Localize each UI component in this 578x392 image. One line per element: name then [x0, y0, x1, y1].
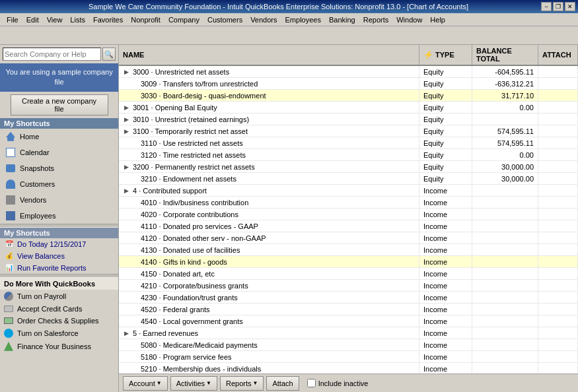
table-row[interactable]: 3210 · Endowment net assetsEquity30,000.… [119, 173, 578, 185]
sidebar-item-vendors[interactable]: Vendors [0, 192, 118, 208]
reports-btn-label: Reports [226, 379, 252, 387]
table-cell-type: Equity [419, 161, 472, 172]
menu-item-nonprofit[interactable]: Nonprofit [127, 15, 164, 25]
expand-icon[interactable]: ▶ [124, 164, 131, 170]
table-cell-balance: -636,312.21 [472, 78, 538, 89]
menu-item-edit[interactable]: Edit [22, 15, 43, 25]
activities-button[interactable]: Activities ▼ [170, 376, 217, 391]
accounts-table[interactable]: NAME ⚡ TYPE BALANCE TOTAL ATTACH ▶3000 ·… [119, 45, 578, 374]
table-row[interactable]: 3120 · Time restricted net assetsEquity0… [119, 149, 578, 161]
menu-item-lists[interactable]: Lists [66, 15, 89, 25]
expand-icon[interactable]: ▶ [124, 128, 131, 135]
table-cell-attach [538, 102, 578, 113]
shortcut-reports-label: Run Favorite Reports [17, 264, 87, 272]
shortcut-reports[interactable]: 📊 Run Favorite Reports [0, 262, 118, 274]
table-row[interactable]: 5080 · Medicare/Medicaid paymentsIncome [119, 339, 578, 351]
table-row[interactable]: 4150 · Donated art, etcIncome [119, 268, 578, 280]
sidebar-item-calendar[interactable]: Calendar [0, 145, 118, 160]
table-row[interactable]: 4140 · Gifts in kind - goodsIncome [119, 256, 578, 268]
table-row[interactable]: 4020 · Corporate contributionsIncome [119, 209, 578, 220]
menu-item-file[interactable]: File [3, 15, 22, 25]
expand-icon[interactable]: ▶ [124, 330, 131, 337]
account-name: 3000 · Unrestricted net assets [133, 68, 229, 76]
expand-icon[interactable]: ▶ [124, 116, 131, 123]
menu-item-company[interactable]: Company [164, 15, 203, 25]
minimize-button[interactable]: − [541, 2, 552, 11]
menu-item-window[interactable]: Window [392, 15, 426, 25]
menu-item-employees[interactable]: Employees [281, 15, 325, 25]
table-row[interactable]: 3009 · Transfers to/from unrestrictedEqu… [119, 78, 578, 90]
shortcut-balances[interactable]: 💰 View Balances [0, 250, 118, 262]
table-cell-type: Equity [419, 125, 472, 137]
menu-item-customers[interactable]: Customers [203, 15, 246, 25]
shortcut-today[interactable]: 📅 Do Today 12/15/2017 [0, 238, 118, 250]
restore-button[interactable]: ❐ [553, 2, 563, 11]
table-row[interactable]: ▶3000 · Unrestricted net assetsEquity-60… [119, 66, 578, 78]
table-cell-attach [538, 78, 578, 89]
menu-item-favorites[interactable]: Favorites [89, 15, 127, 25]
sidebar-item-home[interactable]: Home [0, 129, 118, 145]
table-cell-name: 3030 · Board-desig - quasi-endowment [119, 90, 419, 101]
table-row[interactable]: 4010 · Indiv/business contributionIncome [119, 197, 578, 209]
menu-item-help[interactable]: Help [426, 15, 449, 25]
sidebar-item-employees[interactable]: Employees [0, 208, 118, 224]
account-name: 3210 · Endowment net assets [141, 175, 236, 183]
account-name: 5180 · Program service fees [141, 353, 232, 361]
create-company-button[interactable]: Create a new company file [11, 94, 108, 115]
expand-icon[interactable]: ▶ [124, 104, 131, 111]
do-more-checks[interactable]: Order Checks & Supplies [0, 315, 118, 327]
do-more-credit[interactable]: Accept Credit Cards [0, 303, 118, 315]
menu-item-vendors[interactable]: Vendors [246, 15, 281, 25]
account-name: 3100 · Temporarily restrict net asset [133, 127, 248, 135]
account-button[interactable]: Account ▼ [123, 376, 168, 391]
reports-dropdown-arrow: ▼ [253, 380, 258, 386]
table-row[interactable]: 4130 · Donated use of facilitiesIncome [119, 244, 578, 256]
table-row[interactable]: 5210 · Membership dues - individualsInco… [119, 363, 578, 374]
table-cell-name: 4230 · Foundation/trust grants [119, 292, 419, 303]
close-button[interactable]: ✕ [565, 2, 575, 11]
table-cell-name: ▶3001 · Opening Bal Equity [119, 102, 419, 113]
account-name: 3010 · Unrestrict (retained earnings) [133, 115, 249, 123]
search-button[interactable]: 🔍 [102, 48, 116, 61]
table-row[interactable]: 3110 · Use restricted net assetsEquity57… [119, 137, 578, 149]
attach-button[interactable]: Attach [266, 376, 299, 391]
expand-icon[interactable]: ▶ [124, 187, 131, 194]
table-row[interactable]: 5180 · Program service feesIncome [119, 351, 578, 363]
sidebar-item-customers[interactable]: Customers [0, 176, 118, 192]
table-cell-attach [538, 173, 578, 184]
table-row[interactable]: 4230 · Foundation/trust grantsIncome [119, 292, 578, 304]
table-cell-name: ▶3200 · Permanently restrict net assets [119, 161, 419, 172]
table-row[interactable]: ▶3200 · Permanently restrict net assetsE… [119, 161, 578, 173]
table-cell-balance [472, 280, 538, 291]
table-cell-type: Income [419, 185, 472, 196]
do-more-finance[interactable]: Finance Your Business [0, 340, 118, 353]
table-cell-type: Equity [419, 114, 472, 125]
table-cell-attach [538, 327, 578, 339]
table-row[interactable]: ▶3001 · Opening Bal EquityEquity0.00 [119, 102, 578, 114]
expand-icon[interactable]: ▶ [124, 69, 131, 75]
table-row[interactable]: 3030 · Board-desig - quasi-endowmentEqui… [119, 90, 578, 102]
do-more-salesforce[interactable]: Turn on Salesforce [0, 327, 118, 340]
table-cell-attach [538, 244, 578, 255]
menu-item-view[interactable]: View [43, 15, 67, 25]
search-input[interactable] [3, 48, 101, 61]
table-row[interactable]: 4540 · Local government grantsIncome [119, 315, 578, 327]
table-row[interactable]: ▶3100 · Temporarily restrict net assetEq… [119, 125, 578, 137]
include-inactive-checkbox[interactable] [307, 379, 316, 387]
finance-label: Finance Your Business [17, 343, 91, 350]
menu-item-reports[interactable]: Reports [359, 15, 393, 25]
table-row[interactable]: ▶3010 · Unrestrict (retained earnings)Eq… [119, 114, 578, 125]
reports-button[interactable]: Reports ▼ [220, 376, 264, 391]
camera-icon [5, 163, 16, 174]
table-row[interactable]: 4520 · Federal grantsIncome [119, 304, 578, 315]
sidebar-item-snapshots[interactable]: Snapshots [0, 160, 118, 176]
table-row[interactable]: 4120 · Donated other serv - non-GAAPInco… [119, 232, 578, 244]
do-more-payroll[interactable]: Turn on Payroll [0, 290, 118, 303]
table-row[interactable]: 4110 · Donated pro services - GAAPIncome [119, 220, 578, 232]
table-cell-name: 3210 · Endowment net assets [119, 173, 419, 184]
shortcuts-header: My Shortcuts [0, 228, 118, 238]
table-row[interactable]: ▶4 · Contributed supportIncome [119, 185, 578, 197]
menu-item-banking[interactable]: Banking [325, 15, 359, 25]
table-row[interactable]: ▶5 · Earned revenuesIncome [119, 327, 578, 339]
table-row[interactable]: 4210 · Corporate/business grantsIncome [119, 280, 578, 292]
